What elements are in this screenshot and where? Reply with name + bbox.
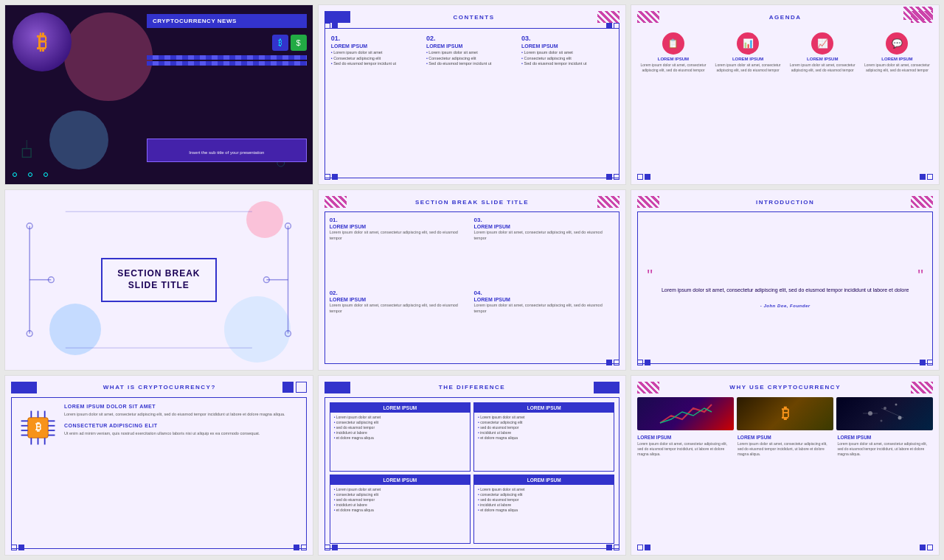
col1-num: 01. [331, 35, 423, 42]
diff-header-1: LOREM IPSUM [330, 403, 470, 413]
diff-body-1: Lorem ipsum dolor sit amet consectetur a… [330, 413, 470, 443]
what-is-text-area: LOREM IPSUM DOLOR SIT AMET Lorem ipsum d… [64, 404, 300, 443]
crypto-icons-row: ₿ $ [272, 35, 307, 51]
agenda-item-3: 📈 LOREM IPSUM Lorem ipsum dolor sit amet… [787, 32, 858, 72]
svg-text:₿: ₿ [35, 421, 41, 433]
why-title: WHY USE CRYPTOCURRENCY [729, 384, 841, 391]
sec-header-right [597, 196, 620, 208]
header-bar-left [324, 11, 350, 23]
quote-close: " [917, 267, 923, 284]
quote-author: - John Doe, Founder [760, 304, 811, 308]
why-text-1: Lorem ipsum dolor sit amet, consectetur … [637, 441, 733, 457]
svg-point-40 [880, 419, 882, 421]
corner-tr [606, 23, 620, 29]
corner-br-8 [606, 545, 620, 550]
intro-header-left [637, 196, 659, 208]
diff-header-3: LOREM IPSUM [330, 475, 470, 485]
bitcoin-cpu-icon: ₿ [18, 407, 58, 448]
sec-header-left [324, 196, 347, 208]
slide-9-why: WHY USE CRYPTOCURRENCY ₿ LO [631, 375, 940, 556]
agenda-desc-3: Lorem ipsum dolor sit amet, consectetur … [787, 63, 858, 72]
why-item-2: LOREM IPSUM Lorem ipsum dolor sit amet, … [738, 435, 833, 457]
corner-br-6 [920, 360, 933, 365]
corner-br-5 [606, 360, 620, 365]
agenda-label-1: LOREM IPSUM [658, 57, 689, 61]
section-detail-header: SECTION BREAK SLIDE TITLE [324, 196, 620, 208]
diff-cell-1: LOREM IPSUM Lorem ipsum dolor sit amet c… [330, 402, 471, 472]
quote-text: Lorem ipsum dolor sit amet, consectetur … [662, 287, 909, 295]
sec-item-4: 04. LOREM IPSUM Lorem ipsum dolor sit am… [473, 290, 614, 359]
why-img-1 [637, 397, 734, 430]
quote-open: " [647, 267, 653, 284]
slide-3-agenda: AGENDA 📋 LOREM IPSUM Lorem ipsum dolor s… [631, 4, 940, 185]
why-item-3: LOREM IPSUM Lorem ipsum dolor sit amet, … [837, 435, 933, 457]
why-items-row: LOREM IPSUM Lorem ipsum dolor sit amet, … [637, 435, 933, 457]
intro-header-row: INTRODUCTION [637, 196, 933, 208]
sec-item-3: 03. LOREM IPSUM Lorem ipsum dolor sit am… [473, 217, 614, 286]
sec-header-title: SECTION BREAK SLIDE TITLE [415, 199, 529, 206]
agenda-desc-4: Lorem ipsum dolor sit amet, consectetur … [861, 63, 933, 72]
corner-bl [637, 174, 650, 180]
corner-zigzag-tr [903, 7, 933, 20]
agenda-desc-1: Lorem ipsum dolor sit amet, consectetur … [637, 63, 709, 72]
diff-cell-2: LOREM IPSUM Lorem ipsum dolor sit amet c… [473, 402, 614, 472]
corner-br-9 [920, 545, 933, 550]
diff-title: THE DIFFERENCE [439, 384, 505, 391]
why-img-3 [836, 397, 933, 430]
corner-bl-8 [324, 545, 338, 550]
why-label-3: LOREM IPSUM [837, 435, 933, 440]
intro-header-right [911, 196, 933, 208]
slide-6-introduction: INTRODUCTION " " Lorem ipsum dolor sit a… [631, 189, 940, 370]
agenda-item-2: 📊 LOREM IPSUM Lorem ipsum dolor sit amet… [712, 32, 784, 72]
col3-num: 03. [521, 35, 613, 42]
agenda-desc-2: Lorem ipsum dolor sit amet, consectetur … [712, 63, 784, 72]
why-header-row: WHY USE CRYPTOCURRENCY [637, 382, 933, 393]
corner-br [606, 174, 620, 180]
header-bar-left-pink [637, 11, 659, 23]
corner-bl-7 [11, 545, 24, 550]
slide-4-section-break: SECTION BREAKSLIDE TITLE [4, 189, 313, 370]
agenda-item-1: 📋 LOREM IPSUM Lorem ipsum dolor sit amet… [637, 32, 709, 72]
slide-8-difference: THE DIFFERENCE LOREM IPSUM Lorem ipsum d… [318, 375, 627, 556]
col3-heading: LOREM IPSUM [521, 43, 613, 49]
header-bar-right [597, 11, 620, 23]
why-label-2: LOREM IPSUM [738, 435, 833, 440]
diff-grid: LOREM IPSUM Lorem ipsum dolor sit amet c… [324, 397, 620, 549]
diff-header-right [594, 382, 620, 393]
diff-body-4: Lorem ipsum dolor sit amet consectetur a… [474, 485, 614, 515]
what-section-2-body: Ut enim ad minim veniam, quis nostrud ex… [64, 430, 300, 436]
why-item-1: LOREM IPSUM Lorem ipsum dolor sit amet, … [637, 435, 733, 457]
diff-header-4: LOREM IPSUM [474, 475, 614, 485]
why-text-2: Lorem ipsum dolor sit amet, consectetur … [738, 441, 833, 457]
quote-marks-row: " " [647, 267, 923, 284]
agenda-icon-2: 📊 [737, 32, 759, 55]
stripe-bars [147, 55, 307, 66]
agenda-icons-row: 📋 LOREM IPSUM Lorem ipsum dolor sit amet… [637, 32, 933, 72]
col1-heading: LOREM IPSUM [331, 43, 423, 49]
agenda-header-row: AGENDA [637, 11, 933, 23]
slide-1-title: CRYPTOCURRENCY NEWS ₿ ₿ $ Insert the sub… [4, 4, 313, 185]
contents-col-2: 02. LOREM IPSUM Lorem ipsum dolor sit am… [426, 35, 518, 172]
corner-bl [324, 174, 338, 180]
what-header-left [11, 382, 37, 393]
diff-body-3: Lorem ipsum dolor sit amet consectetur a… [330, 485, 470, 515]
section-break-title: SECTION BREAKSLIDE TITLE [117, 268, 200, 291]
slide-2-contents: CONTENTS 01. LOREM IPSUM Lorem ipsum dol… [318, 4, 627, 185]
quote-box: " " Lorem ipsum dolor sit amet, consecte… [637, 211, 933, 363]
contents-title: CONTENTS [453, 14, 494, 21]
col2-heading: LOREM IPSUM [426, 43, 518, 49]
agenda-icon-1: 📋 [662, 32, 684, 55]
agenda-title: AGENDA [769, 14, 802, 21]
contents-box: 01. LOREM IPSUM Lorem ipsum dolor sit am… [324, 28, 620, 178]
sec-item-2: 02. LOREM IPSUM Lorem ipsum dolor sit am… [330, 290, 471, 359]
section-detail-grid: 01. LOREM IPSUM Lorem ipsum dolor sit am… [324, 211, 620, 363]
what-section-1-body: Lorem ipsum dolor sit amet, consectetur … [64, 411, 300, 417]
diff-cell-3: LOREM IPSUM Lorem ipsum dolor sit amet c… [330, 475, 471, 544]
agenda-item-4: 💬 LOREM IPSUM Lorem ipsum dolor sit amet… [861, 32, 933, 72]
agenda-icon-4: 💬 [886, 32, 908, 55]
agenda-label-2: LOREM IPSUM [732, 57, 763, 61]
subtitle-bar: Insert the sub title of your presentatio… [147, 139, 307, 162]
contents-header-row: CONTENTS [324, 11, 620, 23]
intro-title: INTRODUCTION [756, 199, 814, 206]
agenda-icon-3: 📈 [811, 32, 833, 55]
